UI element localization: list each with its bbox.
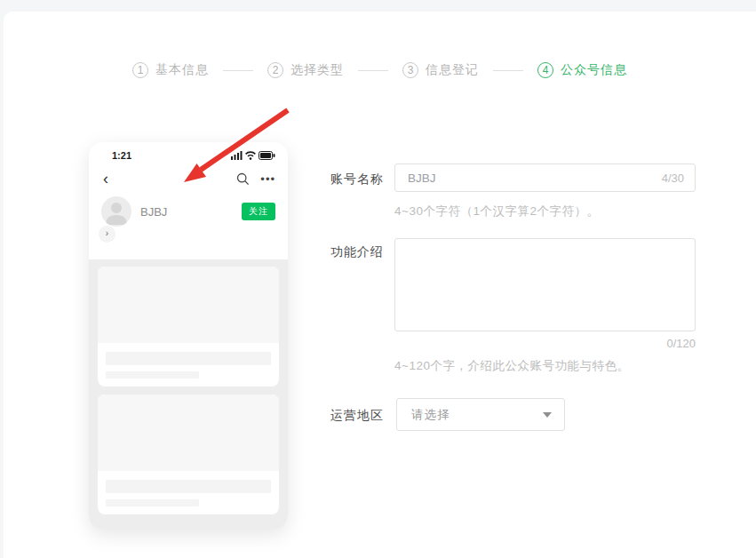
phone-statusbar: 1:21 [89,147,288,163]
image-placeholder [98,395,279,471]
account-name-helper: 4~30个字符（1个汉字算2个字符）。 [394,203,599,219]
back-icon: ‹ [99,171,112,187]
image-placeholder [98,267,279,343]
step-wizard: 1 基本信息 2 选择类型 3 信息登记 4 公众号信息 [4,62,756,78]
step-connector [223,70,253,71]
step-connector [493,70,523,71]
intro-textarea[interactable] [395,239,695,331]
main-panel: 1 基本信息 2 选择类型 3 信息登记 4 公众号信息 1:21 [4,12,756,558]
text-placeholder [106,499,199,506]
text-placeholder [106,480,271,493]
step-label: 信息登记 [426,62,479,78]
account-name-input[interactable] [395,171,662,185]
step-number: 1 [132,62,148,78]
step-basic-info: 1 基本信息 [132,62,209,78]
step-label: 公众号信息 [561,62,627,78]
region-select-value: 请选择 [411,407,450,423]
person-icon [101,196,131,227]
phone-preview: 1:21 ‹ [89,142,288,530]
battery-icon [259,151,275,160]
step-info-register: 3 信息登记 [402,62,479,78]
avatar [101,196,131,227]
feed-card-placeholder [98,395,279,514]
step-number: 3 [402,62,418,78]
account-name-field-wrap: 4/30 [394,163,696,192]
step-number: 2 [267,62,283,78]
step-select-type: 2 选择类型 [267,62,344,78]
step-label: 基本信息 [155,62,209,78]
account-name-preview: BJBJ [140,205,242,219]
phone-navbar: ‹ ••• [89,165,288,192]
phone-feed-area [89,259,288,530]
intro-counter: 0/120 [394,337,696,350]
step-number: 4 [537,62,553,78]
text-placeholder [106,352,271,365]
status-time: 1:21 [112,150,131,161]
step-connector [358,70,388,71]
region-select[interactable]: 请选择 [396,398,565,431]
disclosure-chevron-icon: › [99,226,115,243]
intro-label: 功能介绍 [330,244,384,260]
account-profile-row: BJBJ 关注 [89,194,288,229]
more-icon: ••• [260,173,275,185]
step-label: 选择类型 [290,62,344,78]
chevron-down-icon [543,412,552,418]
intro-helper: 4~120个字，介绍此公众账号功能与特色。 [394,358,629,374]
text-placeholder [106,371,199,379]
account-name-counter: 4/30 [662,171,695,185]
search-icon [236,172,250,186]
feed-card-placeholder [98,267,279,387]
step-account-info-active: 4 公众号信息 [537,62,627,78]
account-name-label: 账号名称 [330,171,384,187]
intro-field-wrap [394,238,696,331]
follow-button: 关注 [242,203,275,220]
region-label: 运营地区 [330,408,384,424]
wifi-icon [245,151,256,160]
signal-icon [231,151,243,160]
status-icons [231,151,275,160]
